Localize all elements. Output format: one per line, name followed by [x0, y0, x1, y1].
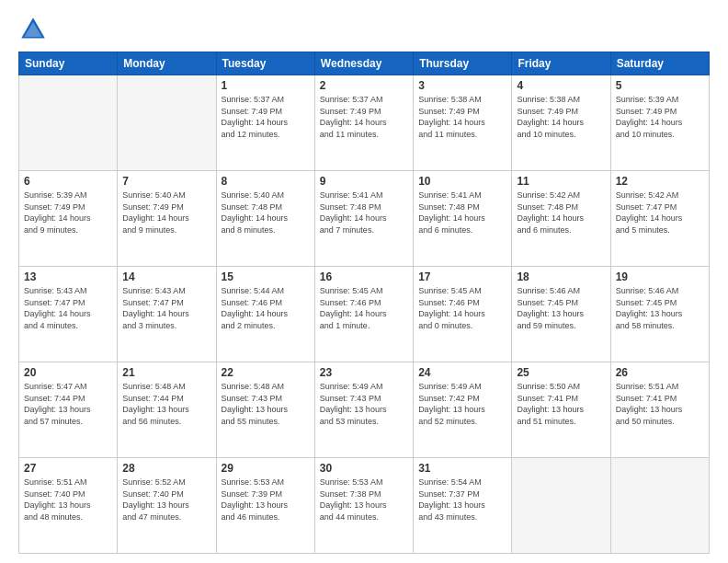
day-info: Sunrise: 5:46 AM Sunset: 7:45 PM Dayligh…: [616, 285, 704, 331]
calendar-cell: 21Sunrise: 5:48 AM Sunset: 7:44 PM Dayli…: [118, 362, 216, 458]
day-number: 7: [122, 175, 210, 188]
week-row-4: 20Sunrise: 5:47 AM Sunset: 7:44 PM Dayli…: [19, 362, 710, 458]
weekday-header-row: SundayMondayTuesdayWednesdayThursdayFrid…: [19, 52, 710, 75]
day-number: 17: [418, 270, 506, 283]
day-info: Sunrise: 5:37 AM Sunset: 7:49 PM Dayligh…: [320, 94, 408, 140]
weekday-header-wednesday: Wednesday: [314, 52, 413, 75]
day-info: Sunrise: 5:41 AM Sunset: 7:48 PM Dayligh…: [320, 190, 408, 236]
day-number: 2: [320, 79, 408, 92]
calendar-cell: 15Sunrise: 5:44 AM Sunset: 7:46 PM Dayli…: [216, 267, 314, 362]
calendar-cell: 17Sunrise: 5:45 AM Sunset: 7:46 PM Dayli…: [414, 267, 512, 362]
day-number: 11: [517, 175, 605, 188]
day-info: Sunrise: 5:48 AM Sunset: 7:43 PM Dayligh…: [222, 381, 310, 427]
weekday-header-sunday: Sunday: [19, 52, 118, 75]
calendar-cell: 24Sunrise: 5:49 AM Sunset: 7:42 PM Dayli…: [414, 362, 512, 458]
day-number: 8: [222, 175, 310, 188]
day-info: Sunrise: 5:45 AM Sunset: 7:46 PM Dayligh…: [320, 285, 408, 331]
weekday-header-saturday: Saturday: [610, 52, 709, 75]
weekday-header-thursday: Thursday: [414, 52, 512, 75]
calendar-table: SundayMondayTuesdayWednesdayThursdayFrid…: [18, 52, 710, 554]
weekday-header-tuesday: Tuesday: [216, 52, 314, 75]
calendar-cell: 6Sunrise: 5:39 AM Sunset: 7:49 PM Daylig…: [19, 171, 118, 267]
day-number: 19: [616, 270, 704, 283]
calendar-cell: 10Sunrise: 5:41 AM Sunset: 7:48 PM Dayli…: [414, 171, 512, 267]
calendar-cell: 9Sunrise: 5:41 AM Sunset: 7:48 PM Daylig…: [314, 171, 413, 267]
day-info: Sunrise: 5:40 AM Sunset: 7:48 PM Dayligh…: [222, 190, 310, 236]
day-info: Sunrise: 5:39 AM Sunset: 7:49 PM Dayligh…: [616, 94, 704, 140]
day-info: Sunrise: 5:53 AM Sunset: 7:38 PM Dayligh…: [320, 477, 408, 523]
day-number: 6: [24, 175, 112, 188]
day-number: 27: [24, 462, 112, 475]
day-info: Sunrise: 5:38 AM Sunset: 7:49 PM Dayligh…: [418, 94, 506, 140]
day-number: 3: [418, 79, 506, 92]
day-number: 10: [418, 175, 506, 188]
day-number: 9: [320, 175, 408, 188]
day-info: Sunrise: 5:46 AM Sunset: 7:45 PM Dayligh…: [517, 285, 605, 331]
calendar-cell: 30Sunrise: 5:53 AM Sunset: 7:38 PM Dayli…: [314, 458, 413, 554]
day-info: Sunrise: 5:44 AM Sunset: 7:46 PM Dayligh…: [222, 285, 310, 331]
day-info: Sunrise: 5:53 AM Sunset: 7:39 PM Dayligh…: [222, 477, 310, 523]
day-number: 5: [616, 79, 704, 92]
calendar-cell: 14Sunrise: 5:43 AM Sunset: 7:47 PM Dayli…: [118, 267, 216, 362]
week-row-3: 13Sunrise: 5:43 AM Sunset: 7:47 PM Dayli…: [19, 267, 710, 362]
day-number: 14: [122, 270, 210, 283]
calendar-cell: 26Sunrise: 5:51 AM Sunset: 7:41 PM Dayli…: [610, 362, 709, 458]
day-number: 4: [517, 79, 605, 92]
calendar-cell: 11Sunrise: 5:42 AM Sunset: 7:48 PM Dayli…: [512, 171, 610, 267]
day-number: 1: [222, 79, 310, 92]
day-number: 23: [320, 366, 408, 379]
calendar-cell: 25Sunrise: 5:50 AM Sunset: 7:41 PM Dayli…: [512, 362, 610, 458]
calendar-cell: 18Sunrise: 5:46 AM Sunset: 7:45 PM Dayli…: [512, 267, 610, 362]
week-row-1: 1Sunrise: 5:37 AM Sunset: 7:49 PM Daylig…: [19, 75, 710, 171]
day-number: 30: [320, 462, 408, 475]
day-info: Sunrise: 5:43 AM Sunset: 7:47 PM Dayligh…: [24, 285, 112, 331]
calendar-cell: 31Sunrise: 5:54 AM Sunset: 7:37 PM Dayli…: [414, 458, 512, 554]
day-number: 28: [122, 462, 210, 475]
header: [18, 15, 710, 44]
calendar-cell: 12Sunrise: 5:42 AM Sunset: 7:47 PM Dayli…: [610, 171, 709, 267]
day-info: Sunrise: 5:47 AM Sunset: 7:44 PM Dayligh…: [24, 381, 112, 427]
calendar-cell: 20Sunrise: 5:47 AM Sunset: 7:44 PM Dayli…: [19, 362, 118, 458]
calendar-cell: 29Sunrise: 5:53 AM Sunset: 7:39 PM Dayli…: [216, 458, 314, 554]
calendar-cell: 5Sunrise: 5:39 AM Sunset: 7:49 PM Daylig…: [610, 75, 709, 171]
day-number: 15: [222, 270, 310, 283]
calendar-cell: [118, 75, 216, 171]
calendar-cell: 4Sunrise: 5:38 AM Sunset: 7:49 PM Daylig…: [512, 75, 610, 171]
day-number: 25: [517, 366, 605, 379]
day-info: Sunrise: 5:48 AM Sunset: 7:44 PM Dayligh…: [122, 381, 210, 427]
day-info: Sunrise: 5:50 AM Sunset: 7:41 PM Dayligh…: [517, 381, 605, 427]
day-info: Sunrise: 5:49 AM Sunset: 7:42 PM Dayligh…: [418, 381, 506, 427]
day-info: Sunrise: 5:42 AM Sunset: 7:48 PM Dayligh…: [517, 190, 605, 236]
day-info: Sunrise: 5:54 AM Sunset: 7:37 PM Dayligh…: [418, 477, 506, 523]
day-number: 13: [24, 270, 112, 283]
calendar-cell: 1Sunrise: 5:37 AM Sunset: 7:49 PM Daylig…: [216, 75, 314, 171]
day-number: 16: [320, 270, 408, 283]
week-row-5: 27Sunrise: 5:51 AM Sunset: 7:40 PM Dayli…: [19, 458, 710, 554]
calendar-cell: 2Sunrise: 5:37 AM Sunset: 7:49 PM Daylig…: [314, 75, 413, 171]
day-info: Sunrise: 5:38 AM Sunset: 7:49 PM Dayligh…: [517, 94, 605, 140]
calendar-cell: 23Sunrise: 5:49 AM Sunset: 7:43 PM Dayli…: [314, 362, 413, 458]
day-info: Sunrise: 5:52 AM Sunset: 7:40 PM Dayligh…: [122, 477, 210, 523]
logo-icon: [18, 15, 48, 44]
day-number: 21: [122, 366, 210, 379]
calendar-cell: [610, 458, 709, 554]
calendar-cell: 8Sunrise: 5:40 AM Sunset: 7:48 PM Daylig…: [216, 171, 314, 267]
day-info: Sunrise: 5:49 AM Sunset: 7:43 PM Dayligh…: [320, 381, 408, 427]
calendar-cell: [512, 458, 610, 554]
day-number: 31: [418, 462, 506, 475]
weekday-header-friday: Friday: [512, 52, 610, 75]
day-number: 29: [222, 462, 310, 475]
calendar-cell: 13Sunrise: 5:43 AM Sunset: 7:47 PM Dayli…: [19, 267, 118, 362]
day-info: Sunrise: 5:43 AM Sunset: 7:47 PM Dayligh…: [122, 285, 210, 331]
calendar-cell: 16Sunrise: 5:45 AM Sunset: 7:46 PM Dayli…: [314, 267, 413, 362]
calendar-cell: 28Sunrise: 5:52 AM Sunset: 7:40 PM Dayli…: [118, 458, 216, 554]
day-number: 18: [517, 270, 605, 283]
calendar-cell: [19, 75, 118, 171]
day-info: Sunrise: 5:51 AM Sunset: 7:40 PM Dayligh…: [24, 477, 112, 523]
weekday-header-monday: Monday: [118, 52, 216, 75]
week-row-2: 6Sunrise: 5:39 AM Sunset: 7:49 PM Daylig…: [19, 171, 710, 267]
calendar-cell: 27Sunrise: 5:51 AM Sunset: 7:40 PM Dayli…: [19, 458, 118, 554]
day-number: 20: [24, 366, 112, 379]
day-info: Sunrise: 5:42 AM Sunset: 7:47 PM Dayligh…: [616, 190, 704, 236]
calendar-cell: 22Sunrise: 5:48 AM Sunset: 7:43 PM Dayli…: [216, 362, 314, 458]
